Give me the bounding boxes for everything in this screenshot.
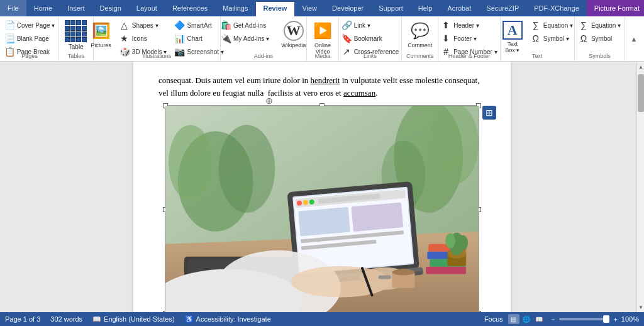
get-addins-icon: 🛍️ (221, 20, 231, 30)
vertical-scrollbar[interactable]: ▲ ▼ (636, 62, 644, 312)
comments-group-label: Comments (402, 53, 438, 59)
tab-review[interactable]: Review (256, 0, 295, 16)
page-info: Page 1 of 3 (5, 315, 40, 323)
tab-view[interactable]: View (294, 0, 325, 16)
tab-home[interactable]: Home (26, 0, 60, 16)
pictures-btn[interactable]: 🖼️ Pictures (87, 19, 114, 50)
focus-btn[interactable]: Focus (484, 315, 503, 323)
zoom-out-btn[interactable]: － (550, 315, 557, 324)
svg-rect-18 (298, 207, 350, 237)
svg-rect-19 (351, 202, 403, 232)
ribbon-group-addins: 🛍️ Get Add-ins 🔌 My Add-ins ▾ W Wikipedi… (221, 16, 308, 61)
svg-rect-32 (426, 267, 466, 274)
textbox-btn[interactable]: A TextBox ▾ (499, 19, 526, 55)
tab-layout[interactable]: Layout (129, 0, 165, 16)
links-group-content: 🔗 Link ▾ 🔖 Bookmark ↗ Cross-reference (339, 19, 402, 67)
icons-btn[interactable]: ★ Icons (117, 32, 170, 45)
my-addins-btn[interactable]: 🔌 My Add-ins ▾ (218, 32, 272, 45)
header-footer-group-label: Header & Footer (438, 53, 500, 59)
svg-point-5 (428, 106, 479, 184)
bookmark-label: Bookmark (354, 35, 382, 42)
symbol2-btn[interactable]: Ω Symbol (576, 32, 623, 45)
table-label: Table (69, 43, 84, 50)
wikipedia-btn[interactable]: W Wikipedia (278, 19, 309, 50)
tab-file[interactable]: File (0, 0, 26, 16)
equation-small-btn[interactable]: ∑ Equation ▾ (528, 19, 575, 31)
shapes-label: Shapes ▾ (132, 22, 158, 29)
tab-mailings[interactable]: Mailings (215, 0, 255, 16)
scroll-thumb[interactable] (638, 74, 644, 112)
bookmark-icon: 🔖 (341, 33, 352, 43)
equation2-icon: ∑ (579, 20, 589, 30)
svg-rect-41 (379, 276, 391, 279)
ribbon-group-illustrations: 🖼️ Pictures △ Shapes ▾ ★ Icons 🎲 3D Mode… (94, 16, 220, 61)
comment-icon: 💬 (411, 21, 430, 41)
zoom-level[interactable]: 100% (621, 315, 639, 323)
get-addins-btn[interactable]: 🛍️ Get Add-ins (218, 19, 272, 31)
svg-point-37 (458, 235, 468, 250)
tab-pdfxchange[interactable]: PDF-XChange (526, 0, 587, 16)
blank-page-btn[interactable]: 📃 Blank Page (2, 32, 58, 45)
textbox-icon: A (502, 21, 523, 40)
ribbon-collapse-icon[interactable]: ▲ (629, 34, 639, 44)
cover-page-btn[interactable]: 📄 Cover Page ▾ (2, 19, 58, 31)
underlined-word-2: accumsan (343, 88, 375, 98)
layout-options-btn[interactable] (482, 106, 496, 120)
my-addins-icon: 🔌 (221, 33, 231, 43)
zoom-controls: － ＋ 100% (550, 315, 639, 324)
link-btn[interactable]: 🔗 Link ▾ (339, 19, 402, 31)
chart-label: Chart (187, 35, 202, 42)
comment-btn[interactable]: 💬 Comment (404, 19, 435, 50)
online-video-icon: ▶️ (313, 21, 332, 41)
table-btn[interactable]: Table (61, 19, 91, 52)
icons-label: Icons (132, 35, 147, 42)
tab-design[interactable]: Design (92, 0, 129, 16)
table-icon (65, 20, 87, 42)
equation2-label: Equation ▾ (591, 22, 621, 29)
shapes-btn[interactable]: △ Shapes ▾ (117, 19, 170, 31)
zoom-in-btn[interactable]: ＋ (612, 315, 619, 324)
bookmark-btn[interactable]: 🔖 Bookmark (339, 32, 402, 45)
print-layout-btn[interactable]: ▤ (508, 314, 519, 324)
footer-label: Footer ▾ (453, 35, 477, 42)
tab-developer[interactable]: Developer (325, 0, 371, 16)
header-label: Header ▾ (453, 22, 479, 29)
blank-page-icon: 📃 (4, 33, 14, 43)
pages-group-label: Pages (1, 53, 58, 59)
tab-insert[interactable]: Insert (60, 0, 92, 16)
ribbon: File Home Insert Design Layout Reference… (0, 0, 644, 62)
svg-point-2 (169, 125, 213, 201)
ribbon-group-links: 🔗 Link ▾ 🔖 Bookmark ↗ Cross-reference Li… (339, 16, 402, 61)
blank-page-label: Blank Page (17, 35, 49, 42)
svg-point-40 (392, 269, 415, 276)
header-btn[interactable]: ⬆ Header ▾ (438, 19, 499, 31)
footer-btn[interactable]: ⬇ Footer ▾ (438, 32, 499, 45)
illustrations-group-content: 🖼️ Pictures △ Shapes ▾ ★ Icons 🎲 3D Mode… (87, 19, 226, 67)
online-video-btn[interactable]: ▶️ OnlineVideo (310, 19, 335, 57)
tab-acrobat[interactable]: Acrobat (440, 0, 479, 16)
equation2-btn[interactable]: ∑ Equation ▾ (576, 19, 623, 31)
symbol-small-btn[interactable]: Ω Symbol ▾ (528, 32, 575, 45)
ribbon-group-media: ▶️ OnlineVideo Media (307, 16, 338, 61)
addins-group-label: Add-ins (221, 53, 307, 59)
smartart-icon: 🔷 (174, 20, 184, 30)
link-label: Link ▾ (354, 22, 370, 29)
header-footer-group-content: ⬆ Header ▾ ⬇ Footer ▾ # Page Number ▾ (438, 19, 499, 67)
equation-label: Equation ▾ (543, 22, 573, 29)
pictures-icon: 🖼️ (92, 21, 111, 41)
scroll-up-btn[interactable]: ▲ (637, 62, 644, 72)
tab-help[interactable]: Help (411, 0, 440, 16)
tab-securezip[interactable]: SecureZIP (479, 0, 526, 16)
read-mode-btn[interactable]: 📖 (533, 314, 545, 324)
tab-support[interactable]: Support (371, 0, 411, 16)
selected-image-container[interactable] (165, 105, 479, 312)
tab-picture-format[interactable]: Picture Format (587, 0, 644, 16)
zoom-slider[interactable] (559, 318, 609, 320)
tab-references[interactable]: References (165, 0, 215, 16)
underlined-word-1: hendrerit (311, 76, 340, 85)
web-layout-btn[interactable]: 🌐 (521, 314, 532, 324)
status-bar-right: Focus ▤ 🌐 📖 － ＋ 100% (484, 314, 639, 324)
scroll-down-btn[interactable]: ▼ (637, 302, 644, 312)
wikipedia-icon: W (284, 21, 304, 41)
document-page: consequat. Duis autem vel eum iriure dol… (133, 62, 511, 312)
